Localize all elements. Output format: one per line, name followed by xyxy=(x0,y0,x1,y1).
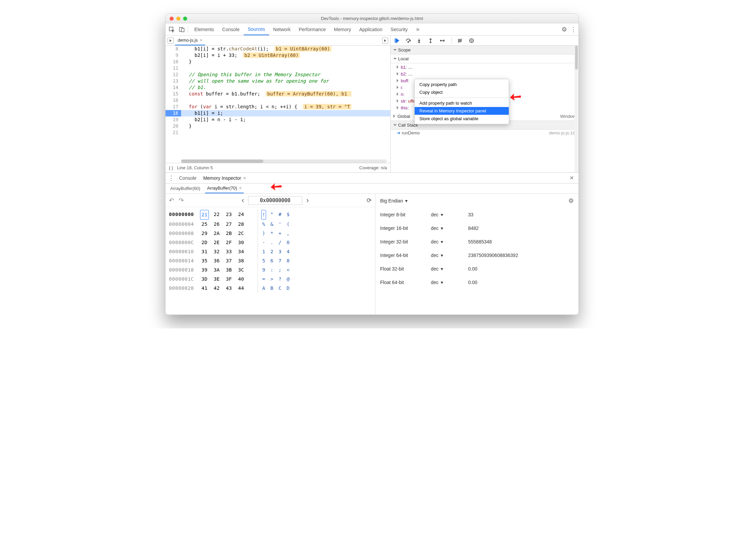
more-tabs-icon[interactable]: » xyxy=(414,25,422,34)
scope-local-header[interactable]: Local xyxy=(391,55,578,63)
drawer-tabs: ⋮ ConsoleMemory Inspector× ➘ × xyxy=(166,173,578,184)
encoding-select[interactable]: dec▾ xyxy=(431,239,468,244)
main-tab-performance[interactable]: Performance xyxy=(294,23,330,35)
drawer-tab-memory-inspector[interactable]: Memory Inspector× xyxy=(200,173,249,183)
hex-row[interactable]: 0000000C2D2E2F30-./0 xyxy=(169,238,372,247)
more-file-actions-icon[interactable] xyxy=(382,38,388,44)
hex-row[interactable]: 0000000021222324!"#$ xyxy=(169,210,372,220)
pause-on-exception-icon[interactable] xyxy=(469,38,475,43)
main-tab-console[interactable]: Console xyxy=(218,23,243,35)
prev-page-icon[interactable]: ‹ xyxy=(242,196,244,205)
main-tab-application[interactable]: Application xyxy=(355,23,387,35)
encoding-select[interactable]: dec▾ xyxy=(431,212,468,217)
encoding-select[interactable]: dec▾ xyxy=(431,280,468,285)
scope-header[interactable]: Scope xyxy=(391,46,578,55)
code-line[interactable]: 15 const buffer = b1.buffer; buffer = Ar… xyxy=(166,91,390,97)
step-into-icon[interactable] xyxy=(417,38,423,43)
window-titlebar: DevTools - memory-inspector.glitch.me/de… xyxy=(166,14,578,23)
code-line[interactable]: 12 // Opening this buffer in the Memory … xyxy=(166,71,390,78)
step-out-icon[interactable] xyxy=(429,38,435,43)
cursor-position: Line 18, Column 5 xyxy=(177,165,213,170)
drawer-close-icon[interactable]: × xyxy=(568,174,576,182)
code-line[interactable]: 13 // will open the same view as for ope… xyxy=(166,78,390,84)
chevron-down-icon: ▾ xyxy=(405,198,408,203)
code-line[interactable]: 21 xyxy=(166,129,390,136)
drawer-tab-console[interactable]: Console xyxy=(176,173,200,183)
pretty-print-icon[interactable]: { } xyxy=(169,165,173,170)
address-input[interactable] xyxy=(248,196,302,205)
encoding-select[interactable]: dec▾ xyxy=(431,225,468,231)
code-line[interactable]: 19 b2[i] = n - i - 1; xyxy=(166,116,390,123)
refresh-icon[interactable]: ⟳ xyxy=(367,197,372,204)
encoding-select[interactable]: dec▾ xyxy=(431,253,468,258)
value-row: Integer 16-bitdec▾8482 xyxy=(380,221,574,235)
ctx-menu-item[interactable]: Copy property path xyxy=(415,81,509,88)
svg-point-4 xyxy=(419,42,420,43)
buffer-tab[interactable]: ArrayBuffer(70)× xyxy=(205,184,244,193)
ctx-menu-item[interactable]: Reveal in Memory Inspector panel xyxy=(415,107,509,115)
deactivate-breakpoints-icon[interactable] xyxy=(457,38,463,43)
buffer-tabs: ArrayBuffer(60)ArrayBuffer(70)× xyxy=(166,184,578,194)
code-line[interactable]: 17 for (var i = str.length; i < n; ++i) … xyxy=(166,104,390,110)
callstack-location: demo-js.js:18 xyxy=(549,130,575,135)
code-line[interactable]: 14 // b1. xyxy=(166,84,390,91)
main-tab-memory[interactable]: Memory xyxy=(330,23,355,35)
main-tab-security[interactable]: Security xyxy=(387,23,412,35)
svg-point-5 xyxy=(430,42,431,43)
endianness-select[interactable]: Big Endian ▾ xyxy=(380,198,408,203)
drawer-kebab-icon[interactable]: ⋮ xyxy=(168,174,174,182)
hex-row[interactable]: 00000014353637385678 xyxy=(169,256,372,265)
file-tab-label: demo-js.js xyxy=(178,38,198,43)
close-file-icon[interactable]: × xyxy=(200,38,202,43)
navigator-toggle-icon[interactable] xyxy=(168,38,174,44)
step-icon[interactable] xyxy=(440,39,446,43)
ctx-menu-item[interactable]: Add property path to watch xyxy=(415,99,509,107)
main-tab-network[interactable]: Network xyxy=(269,23,294,35)
hex-row[interactable]: 00000008292A2B2C)*+, xyxy=(169,229,372,238)
hex-row[interactable]: 00000018393A3B3C9:;< xyxy=(169,265,372,275)
code-line[interactable]: 20 } xyxy=(166,123,390,129)
hex-row[interactable]: 0000000425262728%&'( xyxy=(169,220,372,229)
next-page-icon[interactable]: › xyxy=(306,196,309,205)
redo-icon[interactable]: ↷ xyxy=(179,197,184,204)
kebab-menu-icon[interactable]: ⋮ xyxy=(570,26,576,33)
window-title: DevTools - memory-inspector.glitch.me/de… xyxy=(166,16,578,21)
close-window-icon[interactable] xyxy=(170,17,174,21)
inspect-icon[interactable] xyxy=(168,25,176,34)
main-tab-sources[interactable]: Sources xyxy=(244,23,269,35)
close-buffer-icon[interactable]: × xyxy=(239,186,242,191)
callstack-frame[interactable]: ➔ runDemo xyxy=(397,130,420,135)
source-editor[interactable]: 8 b1[i] = str.charCodeAt(i); b1 = Uint8A… xyxy=(166,46,390,163)
main-tab-elements[interactable]: Elements xyxy=(190,23,218,35)
drawer: ⋮ ConsoleMemory Inspector× ➘ × ArrayBuff… xyxy=(166,172,578,315)
value-settings-gear-icon[interactable]: ⚙ xyxy=(568,197,574,204)
scope-variable[interactable]: b2: … xyxy=(397,71,578,78)
hex-row[interactable]: 0000001C3D3E3F40=>?@ xyxy=(169,275,372,284)
undo-icon[interactable]: ↶ xyxy=(169,197,174,204)
encoding-select[interactable]: dec▾ xyxy=(431,266,468,272)
svg-rect-9 xyxy=(471,39,471,42)
buffer-tab[interactable]: ArrayBuffer(60) xyxy=(168,184,202,193)
code-line[interactable]: 9 b2[i] = i + 33; b2 = Uint8Array(60) xyxy=(166,52,390,59)
hex-viewer[interactable]: 0000000021222324!"#$0000000425262728%&'(… xyxy=(166,207,375,296)
maximize-window-icon[interactable] xyxy=(183,17,187,21)
source-file-tab[interactable]: demo-js.js × xyxy=(175,36,205,45)
device-toggle-icon[interactable] xyxy=(178,25,186,34)
code-line[interactable]: 18 b1[i] = i; xyxy=(166,110,390,116)
close-tab-icon[interactable]: × xyxy=(243,175,246,181)
resume-icon[interactable] xyxy=(394,38,400,43)
horizontal-scrollbar[interactable] xyxy=(181,159,387,163)
code-line[interactable]: 8 b1[i] = str.charCodeAt(i); b1 = Uint8A… xyxy=(166,46,390,52)
code-line[interactable]: 16 xyxy=(166,97,390,104)
value-row: Float 32-bitdec▾0.00 xyxy=(380,262,574,276)
ctx-menu-item[interactable]: Store object as global variable xyxy=(415,115,509,123)
scope-variable[interactable]: b1: … xyxy=(397,64,578,71)
step-over-icon[interactable] xyxy=(406,38,412,43)
settings-gear-icon[interactable]: ⚙ xyxy=(562,26,567,33)
ctx-menu-item[interactable]: Copy object xyxy=(415,88,509,96)
hex-row[interactable]: 0000002041424344ABCD xyxy=(169,284,372,293)
hex-row[interactable]: 00000010313233341234 xyxy=(169,247,372,256)
code-line[interactable]: 10 } xyxy=(166,59,390,65)
code-line[interactable]: 11 xyxy=(166,65,390,71)
minimize-window-icon[interactable] xyxy=(176,17,180,21)
